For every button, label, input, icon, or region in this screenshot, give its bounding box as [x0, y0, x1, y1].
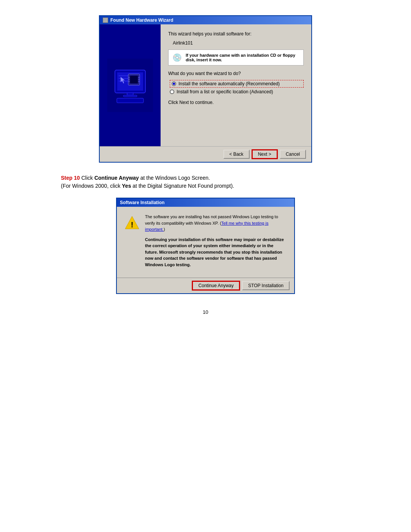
- warning-triangle-svg: !: [124, 215, 140, 230]
- svg-rect-16: [117, 98, 143, 103]
- software-text-block: The software you are installing has not …: [145, 214, 287, 268]
- step-line1: Step 10 Click Continue Anyway at the Win…: [61, 174, 350, 182]
- stop-installation-button[interactable]: STOP Installation: [242, 281, 290, 290]
- wizard-sidebar-graphic: [107, 59, 153, 112]
- step-bold2: Yes: [122, 183, 131, 189]
- cd-hint-text: If your hardware came with an installati…: [186, 53, 299, 62]
- software-footer: Continue Anyway STOP Installation: [117, 278, 294, 293]
- step-text-line2a: (For Windows 2000, click: [61, 183, 122, 189]
- software-para1-end: ): [164, 227, 165, 232]
- option-manual-label: Install from a list or specific location…: [177, 89, 273, 94]
- svg-rect-14: [127, 93, 133, 95]
- svg-text:!: !: [131, 220, 134, 229]
- step-bold1: Continue Anyway: [94, 175, 139, 181]
- radio-manual[interactable]: [170, 89, 174, 94]
- step-text-block: Step 10 Click Continue Anyway at the Win…: [61, 174, 350, 190]
- software-para2: Continuing your installation of this sof…: [145, 236, 287, 268]
- click-next-text: Click Next to continue.: [168, 100, 304, 105]
- option-manual[interactable]: Install from a list or specific location…: [170, 89, 304, 94]
- wizard-title-text: Found New Hardware Wizard: [110, 18, 173, 23]
- option-auto[interactable]: Install the software automatically (Reco…: [170, 80, 304, 88]
- software-para1: The software you are installing has not …: [145, 214, 287, 233]
- software-installation-dialog: Software Installation ! The software you…: [116, 198, 295, 294]
- warning-icon: !: [124, 215, 140, 230]
- step-text1: Click: [80, 175, 94, 181]
- wizard-title-icon: [103, 18, 108, 23]
- back-button[interactable]: < Back: [223, 150, 250, 159]
- wizard-sidebar: [100, 24, 161, 146]
- software-titlebar: Software Installation: [117, 198, 294, 207]
- option-auto-label: Install the software automatically (Reco…: [178, 81, 280, 86]
- wizard-body: This wizard helps you install software f…: [100, 24, 311, 146]
- radio-auto[interactable]: [172, 81, 176, 86]
- wizard-question: What do you want the wizard to do?: [168, 71, 304, 76]
- found-new-hardware-wizard: Found New Hardware Wizard: [99, 15, 312, 163]
- device-name: Airlink101: [173, 40, 304, 46]
- install-options: Install the software automatically (Reco…: [170, 80, 304, 94]
- cancel-button[interactable]: Cancel: [280, 150, 306, 159]
- continue-anyway-button[interactable]: Continue Anyway: [192, 281, 240, 290]
- wizard-content: This wizard helps you install software f…: [161, 24, 311, 146]
- page-number: 10: [203, 309, 208, 315]
- cd-icon: 💿: [172, 53, 182, 62]
- software-body: ! The software you are installing has no…: [117, 207, 294, 272]
- step-text2: at the Windows Logo Screen.: [139, 175, 210, 181]
- step-label: Step 10: [61, 175, 80, 181]
- software-title-text: Software Installation: [120, 200, 164, 205]
- svg-rect-15: [123, 95, 137, 97]
- warning-icon-container: !: [124, 215, 140, 268]
- cd-hint-box: 💿 If your hardware came with an installa…: [168, 50, 304, 66]
- wizard-titlebar: Found New Hardware Wizard: [100, 16, 311, 24]
- wizard-footer: < Back Next > Cancel: [100, 146, 311, 162]
- svg-rect-7: [130, 75, 138, 84]
- step-line2: (For Windows 2000, click Yes at the Digi…: [61, 182, 350, 190]
- next-button[interactable]: Next >: [252, 150, 277, 159]
- step-text-line2b: at the Digital Signature Not Found promp…: [131, 183, 234, 189]
- wizard-intro-text: This wizard helps you install software f…: [168, 31, 304, 37]
